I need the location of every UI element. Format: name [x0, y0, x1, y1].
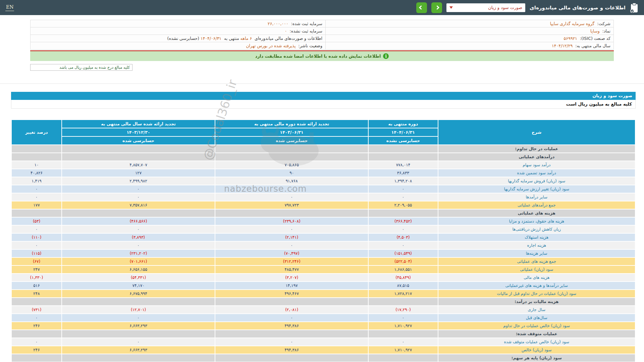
table-row: زیان کاهش ارزش دریافتنی‌ها۰۰۰۰ [12, 226, 635, 233]
table-row: سال جاری(۱۷,۲۹۰)(۲,۰۸۱)(۱۲,۷۰۱)(۷۳۱) [12, 306, 635, 313]
cell-change-percent: ۱,۴۱۹ [12, 177, 61, 185]
cell-current-period: ۰ [369, 226, 437, 233]
section-row: هزینه مالیات بر درآمد: [12, 298, 635, 305]
table-row: سود (زیان) فروش سرمایه گذاریها۱,۳۹۴,۲۰۸۹… [12, 177, 635, 185]
symbol-value: وساپا [590, 28, 601, 34]
cell-current-period: ۱,۷۱۰,۹۲۷ [369, 346, 437, 354]
cell-change-percent: ۱۷۷ [12, 201, 61, 209]
cell-prior-year: ۴,۸۵۷,۷۰۷ [62, 161, 215, 169]
cell-current-period: (۴۵,۸۴۹) [369, 274, 437, 281]
cell-prior-year [62, 330, 215, 338]
cell-prior-year: ۷۴,۱۷۰ [62, 282, 215, 289]
cell-current-period: ۱,۳۹۴,۲۰۸ [369, 177, 437, 185]
statement-unit-note: کلیه مبالغ به میلیون ریال است [11, 100, 636, 109]
table-row: هزینه اجاره۰۰۰۰ [12, 242, 635, 249]
company-info-row: سال مالی منتهی به: ۱۴۰۴/۱۲/۲۹ وضعیت ناشر… [31, 42, 614, 50]
cell-prior-year: ۰ [62, 193, 215, 201]
cell-prior-year [62, 298, 215, 305]
table-row: هزینه استهلاک(۴,۵۰۳)(۲,۱۴۱)(۳,۸۹۳)(۱۱۰) [12, 234, 635, 241]
header-change-percent: درصد تغییر [12, 120, 61, 144]
section-row: سود (زیان) پایه هر سهم: [12, 354, 635, 362]
cell-description: هزینه های مالی [438, 274, 635, 281]
cell-current-period: ۰ [369, 338, 437, 346]
cell-prior-year: (۲۳۱,۲۰۲) [62, 250, 215, 257]
header-prior-period-date: ۱۴۰۳/۰۶/۳۱ [215, 128, 368, 136]
chevron-down-icon [449, 6, 453, 9]
cell-prior-year: ۶,۶۶۳,۲۹۳ [62, 322, 215, 329]
table-row: هزینه های مالی(۴۵,۸۴۹)(۳,۲۰۷)(۵۴,۳۳۱)(۱,… [12, 274, 635, 281]
company-name-cell: شرکت: گروه سرمایه گذاری سایپا [325, 20, 613, 27]
cell-change-percent [12, 354, 61, 362]
info-icon: i [383, 53, 389, 59]
cell-prior-period: ۰ [215, 338, 368, 346]
cell-current-period: ۰ [369, 242, 437, 249]
cell-prior-year: ۰ [62, 226, 215, 233]
cell-prior-year [62, 354, 215, 362]
cell-prior-period: ۰ [215, 314, 368, 321]
cell-prior-period: ۴۸۵,۴۷۷ [215, 266, 368, 273]
cell-prior-year: ۲,۴۹۹,۹۸۲ [62, 177, 215, 185]
cell-description: هزینه های عملیاتی [438, 209, 635, 217]
cell-prior-period: ۹۰ [215, 169, 368, 177]
cell-prior-period: (۲,۱۴۱) [215, 234, 368, 241]
cell-prior-year: ۰ [62, 242, 215, 249]
cell-description: سال جاری [438, 306, 635, 313]
cell-change-percent: ۱۰ [12, 161, 61, 169]
company-name-value: گروه سرمایه گذاری سایپا [550, 21, 596, 26]
cell-change-percent: ۰ [12, 226, 61, 233]
report-period-text: اطلاعات و صورت‌های مالی میاندوره‌ای [255, 36, 322, 41]
header-prior-period-audit: حسابرسی شده [215, 137, 368, 144]
cell-change-percent: ۰ [12, 242, 61, 249]
cell-current-period: ۱,۷۲۸,۲۱۷ [369, 290, 437, 297]
statement-type-select[interactable]: صورت سود و زیان [446, 3, 525, 12]
cell-current-period: ۳۶,۸۳۳ [369, 169, 437, 177]
cell-prior-period: ۰ [215, 185, 368, 193]
cell-current-period: (۴,۵۰۳) [369, 234, 437, 241]
table-row: سایر درآمدها و هزینه های غیرعملیاتی۸۷,۵۱… [12, 282, 635, 289]
unregistered-capital-label: سرمایه ثبت نشده: [289, 28, 322, 34]
table-row: سود (زیان) خالص۱,۷۱۰,۹۲۷۴۹۴,۳۸۶۶,۶۶۳,۲۹۳… [12, 346, 635, 354]
next-statement-button[interactable] [431, 2, 442, 13]
cell-description: سایر هزینه‌ها [438, 250, 635, 257]
cell-change-percent [12, 298, 61, 305]
table-row: جمع درآمدهای عملیاتی۲,۲۰۹,۰۵۵۷۹۷,۷۲۳۷,۳۵… [12, 201, 635, 209]
cell-prior-period [215, 330, 368, 338]
cell-description: عملیات در حال تداوم: [438, 145, 635, 153]
cell-prior-year [62, 145, 215, 153]
cell-prior-period [215, 209, 368, 217]
cell-prior-period: ۷۹۷,۷۲۳ [215, 201, 368, 209]
cell-prior-period: ۷۰۵,۸۶۵ [215, 161, 368, 169]
cell-current-period: (۱۵۱,۵۴۹) [369, 250, 437, 257]
table-row: جمع هزینه های عملیاتی(۵۲۲,۵۰۴)(۳۱۲,۲۴۶)(… [12, 258, 635, 265]
cell-prior-period [215, 153, 368, 161]
cell-change-percent: (۱۱۰) [12, 234, 61, 241]
cell-change-percent: ۲۴۶ [12, 322, 61, 329]
section-row: درآمدهای عملیاتی [12, 153, 635, 161]
issuer-status-cell: وضعیت ناشر: پذیرفته شده در بورس تهران [31, 42, 326, 50]
isic-code-label: کد صنعت (ISIC): [580, 36, 610, 41]
cell-prior-year: ۰ [62, 185, 215, 193]
company-name-label: شرکت: [597, 21, 610, 26]
cell-prior-year: ۰ [62, 314, 215, 321]
signature-match-text: اطلاعات نمایش داده شده با اطلاعات امضا ش… [255, 54, 381, 59]
cell-current-period [369, 209, 437, 217]
cell-description: سود (زیان) تغییر ارزش سرمایه گذاریها [438, 185, 635, 193]
language-toggle[interactable]: EN [5, 4, 14, 11]
report-period-text: منتهی به [224, 36, 239, 41]
company-info-row: نماد: وساپا سرمایه ثبت نشده: ۰ [31, 27, 614, 35]
table-row: سایر درآمدها۰۰۰۰ [12, 193, 635, 201]
header-prior-year: تجدید ارائه شده سال مالی منتهی به [62, 120, 215, 128]
chevron-right-icon [435, 5, 439, 10]
cell-prior-year: ۶,۶۷۵,۹۹۴ [62, 290, 215, 297]
unregistered-capital-cell: سرمایه ثبت نشده: ۰ [31, 27, 326, 35]
cell-change-percent: ۴۰,۸۲۶ [12, 169, 61, 177]
table-row: سود (زیان) عملیاتی۱,۶۸۶,۵۵۱۴۸۵,۴۷۷۶,۶۵۶,… [12, 266, 635, 273]
cell-prior-period: (۷۰,۴۹۷) [215, 250, 368, 257]
cell-prior-period: ۰ [215, 226, 368, 233]
registered-capital-label: سرمایه ثبت شده: [291, 21, 322, 26]
cell-change-percent: ۲۴۸ [12, 290, 61, 297]
cell-change-percent: (۱,۳۳۰) [12, 274, 61, 281]
unregistered-capital-value: ۰ [285, 28, 288, 34]
previous-statement-button[interactable] [416, 2, 427, 13]
cell-description: عملیات متوقف شده: [438, 330, 635, 338]
